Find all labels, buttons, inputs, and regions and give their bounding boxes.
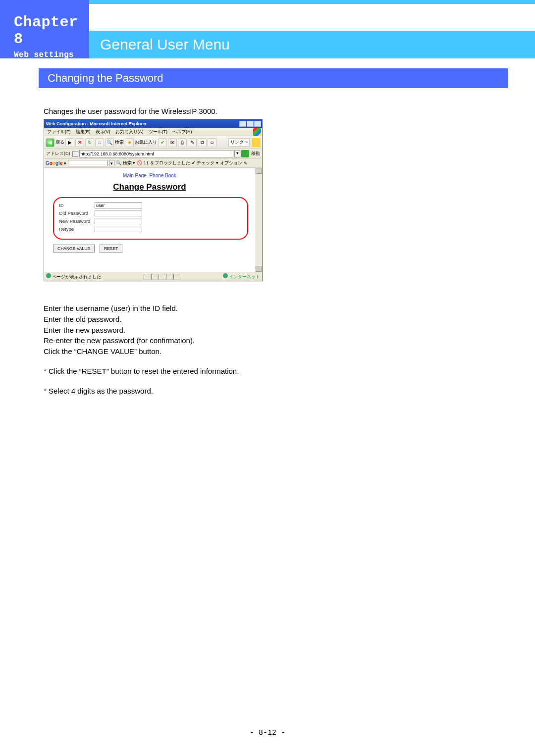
google-logo: Google (46, 160, 62, 166)
chapter-label: Chapter 8 (14, 14, 85, 48)
ie-page-content: Main Page Phone Book Change Password ID … (44, 168, 262, 272)
status-seg (173, 274, 180, 280)
google-search-btn[interactable]: 🔍 検索 ▾ (116, 160, 135, 166)
forward-icon[interactable]: ▶ (65, 138, 74, 147)
link-phone-book[interactable]: Phone Book (149, 173, 176, 178)
google-check[interactable]: ✔ チェック (192, 160, 215, 166)
history-icon[interactable]: ✔ (158, 138, 167, 147)
mail-icon[interactable]: ✉ (168, 138, 177, 147)
page-icon (72, 151, 78, 157)
google-search-input[interactable] (68, 160, 107, 166)
menu-help[interactable]: ヘルプ(H) (172, 129, 192, 135)
address-dropdown-icon[interactable]: ▾ (234, 150, 240, 157)
instr-line: Enter the new password. (44, 325, 239, 336)
address-label: アドレス(D) (45, 151, 71, 157)
stop-icon[interactable]: ✕ (75, 138, 84, 147)
search-icon[interactable]: 🔍 (105, 138, 114, 147)
label-retype: Retype (59, 226, 95, 232)
google-blocked[interactable]: 🚫 11 をブロックしました (137, 160, 190, 166)
instr-line: Re-enter the new password (for confirmat… (44, 335, 239, 346)
ie-titlebar: Web Configuration - Microsoft Internet E… (44, 119, 262, 128)
search-label[interactable]: 検索 (115, 139, 124, 146)
links-label[interactable]: リンク » (228, 138, 250, 147)
ie-window-title: Web Configuration - Microsoft Internet E… (46, 121, 147, 126)
messenger-icon[interactable]: ☺ (208, 138, 216, 147)
print-icon[interactable]: ⎙ (178, 138, 187, 147)
label-old-password: Old Password (59, 210, 95, 216)
ie-menubar: ファイル(F) 編集(E) 表示(V) お気に入り(A) ツール(T) ヘルプ(… (44, 128, 262, 136)
discuss-icon[interactable]: ⧉ (198, 138, 207, 147)
instr-line: Enter the username (user) in the ID fiel… (44, 303, 239, 314)
menu-fav[interactable]: お気に入り(A) (115, 129, 144, 135)
google-options[interactable]: ▾ オプション (216, 160, 242, 166)
status-seg (144, 274, 151, 280)
ie-statusbar: ページが表示されました インターネット (44, 272, 262, 281)
subchapter-label: Web settings (14, 50, 85, 59)
minimize-icon[interactable] (239, 121, 246, 127)
change-value-button[interactable]: CHANGE VALUE (53, 245, 95, 252)
label-id: ID (59, 202, 95, 208)
status-done-icon (46, 273, 51, 278)
instructions: Enter the username (user) in the ID fiel… (44, 303, 239, 396)
input-old-password[interactable] (95, 210, 142, 216)
windows-flag-icon (253, 128, 261, 136)
home-icon[interactable]: ⌂ (95, 138, 104, 147)
instr-note: * Click the “RESET” button to reset the … (44, 366, 239, 377)
close-icon[interactable] (254, 121, 261, 127)
instr-line: Click the “CHANGE VALUE” button. (44, 346, 239, 357)
label-new-password: New Password (59, 218, 95, 224)
input-new-password[interactable] (95, 218, 142, 224)
instr-line: Enter the old password. (44, 314, 239, 325)
section-title: Changing the Password (39, 68, 508, 88)
status-seg (151, 274, 158, 280)
internet-zone-icon (223, 273, 228, 278)
page-title: General User Menu (89, 31, 535, 58)
ie-toolbar: ◀ 戻る ▶ ✕ ↻ ⌂ 🔍 検索 ★ お気に入り ✔ ✉ ⎙ ✎ ⧉ ☺ リン… (44, 136, 262, 149)
status-text: ページが表示されました (52, 274, 101, 279)
ie-address-bar: アドレス(D) http://192.168.0.68:8080/system.… (44, 149, 262, 159)
change-password-title: Change Password (44, 182, 255, 192)
go-label[interactable]: 移動 (250, 151, 261, 157)
status-seg (166, 274, 173, 280)
page-number: - 8-12 - (0, 729, 535, 737)
menu-view[interactable]: 表示(V) (96, 129, 110, 135)
status-zone: インターネット (229, 274, 260, 279)
refresh-icon[interactable]: ↻ (85, 138, 94, 147)
ie-window: Web Configuration - Microsoft Internet E… (44, 119, 263, 281)
google-highlight-icon[interactable]: ✎ (244, 161, 248, 166)
google-toolbar: Google ▾ ▾ 🔍 検索 ▾ 🚫 11 をブロックしました ✔ チェック … (44, 159, 262, 168)
scroll-down-icon[interactable] (256, 266, 262, 272)
link-main-page[interactable]: Main Page (123, 173, 147, 178)
input-id[interactable]: user (95, 202, 142, 208)
intro-text: Changes the user password for the Wirele… (44, 107, 217, 115)
menu-file[interactable]: ファイル(F) (47, 129, 71, 135)
menu-tools[interactable]: ツール(T) (149, 129, 168, 135)
favorites-label[interactable]: お気に入り (135, 139, 157, 146)
back-label[interactable]: 戻る (55, 139, 64, 146)
go-icon[interactable] (241, 150, 249, 157)
chapter-sidebar: Chapter 8 Web settings (0, 0, 89, 58)
address-input[interactable]: http://192.168.0.68:8080/system.html (79, 150, 234, 157)
top-stripe (89, 0, 535, 4)
edit-icon[interactable]: ✎ (188, 138, 197, 147)
menu-edit[interactable]: 編集(E) (76, 129, 91, 135)
norton-icon[interactable] (252, 138, 261, 147)
status-seg (159, 274, 165, 280)
back-icon[interactable]: ◀ (46, 138, 54, 147)
highlight-box: ID user Old Password New Password Retype (53, 197, 248, 240)
reset-button[interactable]: RESET (100, 245, 122, 252)
input-retype[interactable] (95, 226, 142, 232)
maximize-icon[interactable] (247, 121, 254, 127)
scroll-up-icon[interactable] (256, 168, 262, 174)
instr-note: * Select 4 digits as the password. (44, 386, 239, 397)
favorites-icon[interactable]: ★ (125, 138, 134, 147)
